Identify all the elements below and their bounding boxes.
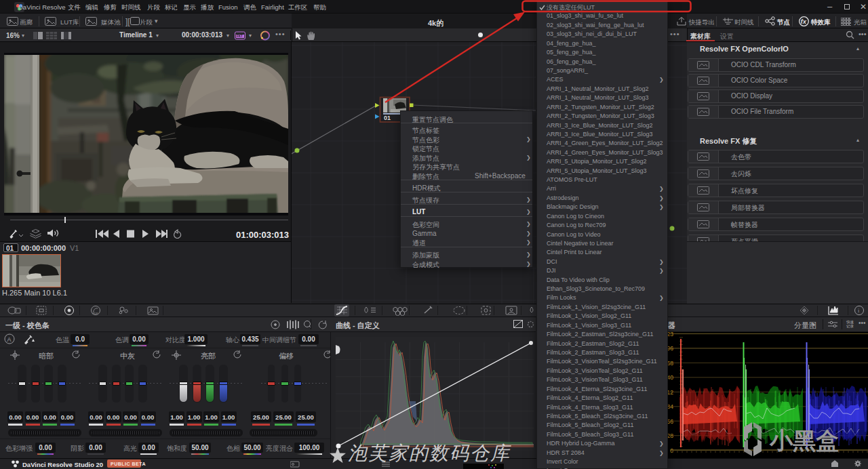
svg-text:0: 0 — [670, 447, 673, 454]
svg-text:HDR: HDR — [92, 312, 98, 315]
svg-text:fx: fx — [801, 18, 807, 25]
svg-text:小黑盒: 小黑盒 — [769, 428, 839, 453]
svg-text:FKT: FKT — [237, 35, 243, 38]
svg-text:A: A — [7, 336, 12, 343]
svg-text:i: i — [858, 308, 860, 314]
